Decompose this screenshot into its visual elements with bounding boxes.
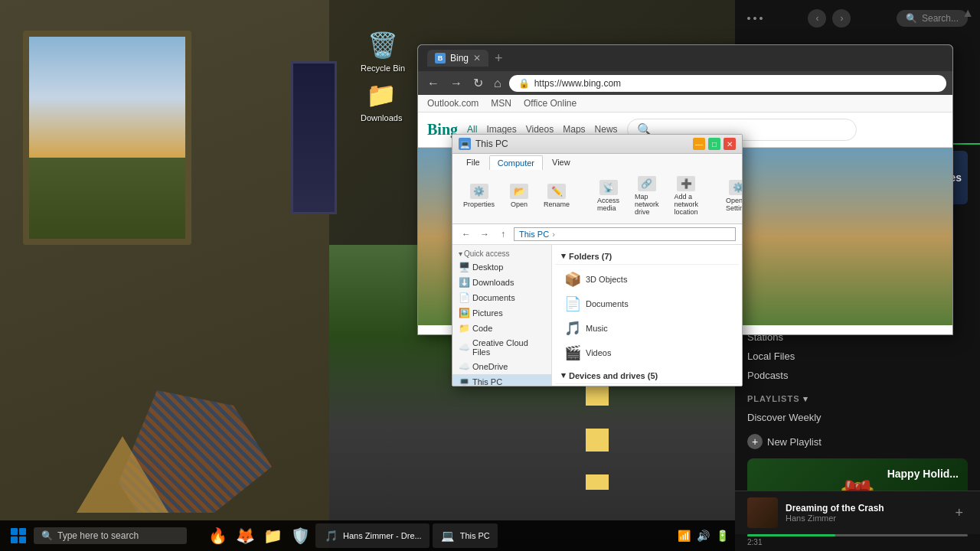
rename-icon: ✏️ — [547, 184, 566, 199]
taskbar-spotify-item[interactable]: 🎵 Hans Zimmer - Dre... — [315, 523, 430, 548]
folder-videos-label: Videos — [586, 348, 611, 357]
sidebar-creative-cloud[interactable]: ☁️ Creative Cloud Files — [452, 336, 551, 359]
explorer-sidebar: ▾ Quick access 🖥️ Desktop ⬇️ Downloads 📄… — [452, 245, 552, 386]
maximize-btn[interactable]: □ — [708, 138, 720, 150]
back-btn[interactable]: ← — [424, 75, 443, 92]
ribbon-add-location[interactable]: ➕ Add a network location — [670, 173, 704, 219]
search-label: Search... — [922, 13, 959, 24]
folder-documents-label: Documents — [586, 299, 629, 308]
recycle-bin-icon[interactable]: 🗑️ Recycle Bin — [358, 27, 408, 76]
taskbar-pin-3[interactable]: 📁 — [260, 523, 285, 548]
refresh-btn[interactable]: ↻ — [470, 74, 486, 92]
ribbon-map-drive[interactable]: 🔗 Map network drive — [630, 173, 664, 219]
taskbar-explorer-item[interactable]: 💻 This PC — [433, 523, 498, 548]
collapse-btn[interactable]: ▲ — [956, 0, 980, 26]
taskbar-wifi-icon: 📶 — [678, 530, 691, 542]
sidebar-onedrive[interactable]: ☁️ OneDrive — [452, 359, 551, 374]
bookmark-office[interactable]: Office Online — [524, 98, 577, 109]
taskbar-pin-3-icon: 📁 — [263, 527, 283, 545]
add-location-label: Add a network location — [675, 193, 699, 216]
sidebar-desktop[interactable]: 🖥️ Desktop — [452, 259, 551, 275]
new-tab-btn[interactable]: + — [495, 51, 503, 67]
pictures-icon-small: 🖼️ — [459, 308, 469, 318]
add-to-library-btn[interactable]: + — [950, 504, 968, 523]
sidebar-code[interactable]: 📁 Code — [452, 321, 551, 336]
bookmark-msn[interactable]: MSN — [491, 98, 511, 109]
ribbon-tab-view[interactable]: View — [544, 155, 578, 170]
playlist-discover-weekly[interactable]: Discover Weekly — [735, 407, 980, 428]
track-info: Dreaming of the Crash Hans Zimmer — [786, 503, 942, 523]
taskbar-pin-2[interactable]: 🦊 — [233, 523, 257, 548]
sidebar-downloads[interactable]: ⬇️ Downloads — [452, 275, 551, 290]
ribbon-open-settings[interactable]: ⚙️ Open Settings — [721, 177, 743, 215]
folder-3dobjects[interactable]: 📦 3D Objects — [558, 268, 736, 291]
gift-label: Happy Holid... — [887, 468, 959, 480]
ribbon-open[interactable]: 📂 Open — [505, 181, 533, 211]
ribbon-access-media[interactable]: 📡 Access media — [593, 177, 624, 215]
gift-card[interactable]: 🎁 Happy Holid... — [747, 458, 968, 491]
recycle-bin-label: Recycle Bin — [361, 64, 405, 73]
explorer-window-icon: 💻 — [459, 138, 471, 150]
taskbar-search[interactable]: 🔍 Type here to search — [34, 527, 187, 544]
progress-bar[interactable] — [747, 534, 968, 536]
folder-videos[interactable]: 🎬 Videos — [558, 341, 736, 364]
nav-back[interactable]: ← — [459, 227, 474, 242]
nav-forward[interactable]: → — [477, 227, 492, 242]
access-media-label: Access media — [597, 197, 619, 212]
ribbon-tab-computer[interactable]: Computer — [489, 155, 543, 170]
minimize-btn[interactable]: — — [693, 138, 705, 150]
ribbon-properties[interactable]: ⚙️ Properties — [459, 181, 499, 211]
explorer-address[interactable]: This PC › — [514, 227, 736, 241]
thispc-icon-small: 💻 — [459, 377, 469, 386]
taskbar-volume-icon: 🔊 — [697, 530, 710, 542]
folder-documents[interactable]: 📄 Documents — [558, 292, 736, 315]
folder-music[interactable]: 🎵 Music — [558, 317, 736, 340]
ribbon-tabs: File Computer View — [459, 155, 736, 170]
explorer-nav: ← → ↑ This PC › — [452, 224, 742, 245]
vr-window — [23, 31, 191, 245]
sidebar-documents[interactable]: 📄 Documents — [452, 290, 551, 305]
downloads-icon[interactable]: 📁 Downloads — [358, 77, 405, 126]
map-drive-label: Map network drive — [635, 193, 659, 216]
nav-up[interactable]: ↑ — [495, 227, 511, 242]
album-thumbnail — [747, 497, 778, 528]
tab-close-btn[interactable]: ✕ — [473, 53, 481, 64]
close-btn[interactable]: ✕ — [724, 138, 736, 150]
taskbar-pin-2-icon: 🦊 — [236, 527, 255, 545]
forward-btn[interactable]: → — [447, 75, 466, 92]
open-label: Open — [511, 201, 528, 208]
properties-icon: ⚙️ — [470, 184, 488, 199]
taskbar-battery-icon: 🔋 — [716, 530, 729, 542]
library-podcasts[interactable]: Podcasts — [735, 366, 980, 385]
library-local-files[interactable]: Local Files — [735, 347, 980, 366]
explorer-body: ▾ Quick access 🖥️ Desktop ⬇️ Downloads 📄… — [452, 245, 742, 386]
address-bar[interactable]: 🔒 https://www.bing.com — [509, 75, 946, 92]
ribbon-rename[interactable]: ✏️ Rename — [539, 181, 574, 211]
taskbar-pin-1[interactable]: 🔥 — [205, 523, 230, 548]
home-btn[interactable]: ⌂ — [491, 75, 505, 92]
plus-icon: + — [747, 434, 763, 449]
spotify-header: ‹ › 🔍 Search... ▲ — [735, 0, 980, 37]
svg-rect-1 — [19, 528, 26, 535]
nav-left-arrow[interactable]: ‹ — [808, 9, 826, 28]
nav-right-arrow[interactable]: › — [832, 9, 851, 28]
new-playlist-btn[interactable]: + New Playlist — [735, 428, 980, 455]
start-button[interactable] — [6, 523, 31, 548]
spotify-taskbar-label: Hans Zimmer - Dre... — [343, 531, 422, 540]
ribbon-tab-file[interactable]: File — [459, 155, 488, 170]
progress-fill — [747, 534, 835, 536]
podcasts-label: Podcasts — [747, 370, 788, 381]
sidebar-pictures[interactable]: 🖼️ Pictures — [452, 305, 551, 321]
dot-3 — [760, 17, 763, 20]
folder-3dobjects-label: 3D Objects — [586, 275, 627, 284]
bing-favicon: B — [435, 53, 446, 64]
rename-label: Rename — [544, 201, 570, 208]
bookmark-outlook[interactable]: Outlook.com — [427, 98, 479, 109]
code-icon-small: 📁 — [459, 323, 469, 334]
explorer-title: This PC — [475, 139, 688, 149]
sidebar-thispc[interactable]: 💻 This PC — [452, 374, 551, 386]
playlists-collapse[interactable]: ▾ — [803, 394, 808, 403]
browser-tab[interactable]: B Bing ✕ — [427, 50, 488, 67]
taskbar-pin-4[interactable]: 🛡️ — [288, 523, 312, 548]
breadcrumb-thispc[interactable]: This PC — [519, 230, 549, 239]
